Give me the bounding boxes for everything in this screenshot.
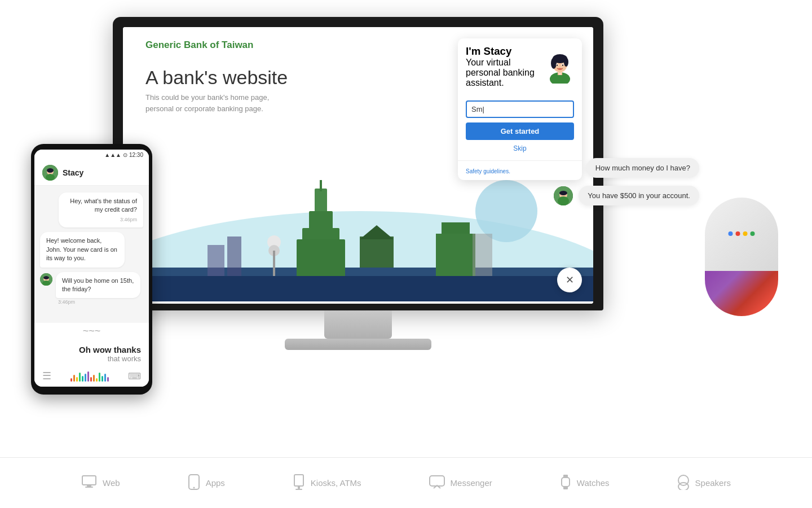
audio-bars (70, 370, 109, 382)
messenger-icon (429, 475, 445, 491)
apps-icon (188, 474, 200, 492)
stacy-subtitle: Your virtual personal banking assistant. (466, 58, 540, 88)
audio-bar (107, 377, 109, 382)
svg-rect-52 (562, 478, 570, 487)
phone-avatar-icon (42, 165, 58, 181)
nav-item-messenger[interactable]: Messenger (429, 475, 492, 491)
nav-item-apps[interactable]: Apps (188, 474, 225, 492)
phone-big-message: Oh wow thanks that works (34, 339, 149, 365)
svg-point-25 (564, 58, 568, 67)
nav-label-speakers: Speakers (695, 478, 731, 488)
bank-website: Generic Bank of Taiwan A bank's website … (123, 27, 593, 304)
svg-point-29 (562, 64, 563, 66)
phone-signal-icon: ▲▲▲ (104, 152, 121, 158)
message-avatar-3 (40, 273, 52, 286)
message-text-3: Will you be home on 15th, the friday? (62, 277, 134, 294)
speaker-stacy-avatar (554, 186, 573, 205)
audio-bar (102, 376, 103, 382)
safety-guidelines-link[interactable]: Safety guidelines. (466, 168, 510, 174)
svg-rect-18 (123, 276, 593, 301)
svg-point-34 (46, 174, 55, 181)
svg-point-56 (678, 483, 689, 490)
skip-button[interactable]: Skip (466, 144, 574, 152)
bottom-nav: Web Apps Kiosks, ATMs Messenger Watches … (0, 457, 812, 508)
svg-rect-7 (320, 180, 322, 191)
svg-point-1 (475, 180, 537, 242)
watches-icon (560, 474, 571, 492)
message-row-3: Will you be home on 15th, the friday? 3:… (40, 272, 143, 305)
nav-label-messenger: Messenger (451, 478, 492, 488)
svg-rect-44 (87, 485, 91, 487)
stacy-body: Get started Skip (458, 95, 582, 160)
monitor-stand-top (324, 310, 392, 339)
audio-bar (70, 378, 72, 382)
phone-menu-icon[interactable]: ☰ (42, 370, 51, 382)
phone-wifi-icon: ⊙ (123, 152, 127, 158)
cityscape (123, 177, 593, 304)
nav-item-kiosks[interactable]: Kiosks, ATMs (293, 474, 361, 492)
svg-rect-13 (360, 237, 394, 268)
svg-rect-51 (430, 476, 444, 486)
nav-item-web[interactable]: Web (81, 474, 120, 492)
stacy-input[interactable] (466, 100, 574, 118)
svg-rect-6 (297, 239, 345, 279)
audio-bar (93, 375, 95, 382)
stacy-avatar-icon (546, 50, 574, 84)
web-icon (81, 474, 97, 492)
audio-bar (99, 373, 100, 382)
speaker-dot (751, 231, 755, 236)
svg-point-28 (557, 64, 558, 66)
message-bubble-1: Hey, what's the status of my credit card… (59, 192, 143, 227)
message-text-1: Hey, what's the status of my credit card… (65, 197, 137, 214)
typing-indicator: ~~~ (34, 323, 149, 339)
close-button[interactable]: ✕ (557, 268, 582, 292)
svg-rect-54 (563, 486, 568, 489)
audio-bar (96, 378, 98, 382)
svg-rect-48 (294, 475, 303, 486)
svg-rect-45 (85, 487, 93, 488)
message-time-1: 3:46pm (65, 216, 137, 224)
svg-rect-12 (273, 251, 275, 279)
monitor-border: Generic Bank of Taiwan A bank's website … (113, 17, 603, 310)
nav-label-web: Web (103, 478, 120, 488)
nav-item-watches[interactable]: Watches (560, 474, 610, 492)
speaker-dot (736, 231, 740, 236)
get-started-button[interactable]: Get started (466, 122, 574, 140)
phone-body: ▲▲▲ ⊙ 12:30 Stacy Hey (31, 144, 152, 395)
phone-chat-avatar (42, 165, 58, 181)
speakers-icon (677, 474, 690, 492)
phone-screen: ▲▲▲ ⊙ 12:30 Stacy Hey (34, 150, 149, 387)
phone-status-bar: ▲▲▲ ⊙ 12:30 (34, 150, 149, 160)
audio-bar (85, 374, 86, 382)
speaker-dots (729, 231, 755, 236)
audio-bar (76, 377, 78, 382)
message-bubble-2: Hey! welcome back, John. Your new card i… (40, 232, 125, 267)
stacy-header-text: I'm Stacy Your virtual personal banking … (466, 45, 540, 88)
monitor-stand-base (285, 339, 431, 350)
phone-chat-header: Stacy (34, 160, 149, 186)
svg-point-42 (558, 196, 569, 205)
svg-rect-50 (295, 489, 302, 490)
svg-rect-16 (436, 234, 475, 279)
stacy-name: I'm Stacy (466, 45, 540, 58)
svg-point-30 (558, 68, 562, 70)
speaker-dot (743, 231, 748, 236)
audio-bar (87, 371, 89, 382)
audio-bar (79, 373, 81, 382)
nav-label-watches: Watches (577, 478, 610, 488)
audio-bar (104, 374, 106, 382)
svg-rect-17 (473, 234, 492, 279)
phone-keyboard-icon[interactable]: ⌨ (128, 371, 141, 382)
speaker-chat: How much money do I have? You have $500 … (554, 158, 699, 205)
audio-bar (73, 375, 75, 382)
monitor-screen: Generic Bank of Taiwan A bank's website … (123, 27, 593, 304)
nav-item-speakers[interactable]: Speakers (677, 474, 731, 492)
speaker-bottom (705, 271, 778, 316)
svg-point-41 (559, 191, 567, 195)
phone-toolbar: ☰ ⌨ (34, 365, 149, 387)
monitor: Generic Bank of Taiwan A bank's website … (113, 17, 603, 350)
svg-rect-49 (298, 486, 300, 489)
svg-point-24 (551, 58, 557, 69)
speaker-dot (729, 231, 733, 236)
kiosks-icon (293, 474, 305, 492)
